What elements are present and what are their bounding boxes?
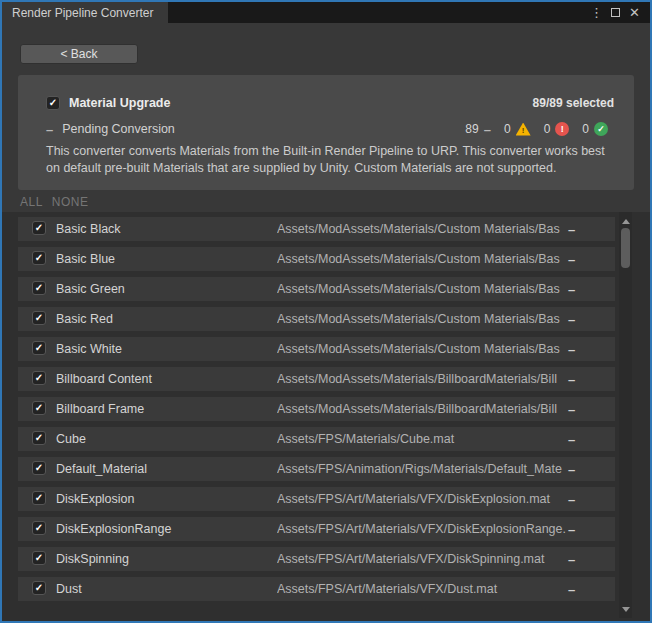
- warning-icon: !: [516, 123, 531, 136]
- row-status-icon: –: [568, 552, 575, 567]
- row-status-icon: –: [568, 582, 575, 597]
- converter-panel: ✓ Material Upgrade 89/89 selected – Pend…: [18, 75, 634, 190]
- pending-counter: 89 –: [465, 122, 491, 136]
- vertical-scrollbar[interactable]: [619, 212, 632, 618]
- row-checkbox[interactable]: ✓: [32, 521, 46, 535]
- scrollbar-thumb[interactable]: [621, 228, 630, 268]
- pending-conversion-row[interactable]: – Pending Conversion 89 – 0 ! 0 ! 0: [46, 120, 608, 138]
- row-name: DiskSpinning: [56, 552, 129, 566]
- converter-description: This converter converts Materials from t…: [46, 143, 618, 177]
- row-path: Assets/ModAssets/Materials/Custom Materi…: [277, 252, 567, 266]
- success-icon: ✓: [594, 122, 608, 136]
- back-button-label: < Back: [60, 47, 97, 61]
- converter-name: Material Upgrade: [69, 96, 170, 110]
- row-name: Basic White: [56, 342, 122, 356]
- pending-dash-icon: –: [484, 123, 491, 136]
- row-checkbox[interactable]: ✓: [32, 401, 46, 415]
- row-status-icon: –: [568, 402, 575, 417]
- material-row[interactable]: ✓ Dust Assets/FPS/Art/Materials/VFX/Dust…: [18, 577, 615, 601]
- row-status-icon: –: [568, 492, 575, 507]
- material-row[interactable]: ✓ Default_Material Assets/FPS/Animation/…: [18, 457, 615, 481]
- row-name: Basic Red: [56, 312, 113, 326]
- row-checkbox[interactable]: ✓: [32, 251, 46, 265]
- row-checkbox[interactable]: ✓: [32, 551, 46, 565]
- row-status-icon: –: [568, 372, 575, 387]
- row-name: Basic Blue: [56, 252, 115, 266]
- render-pipeline-converter-window: Render Pipeline Converter ⋮ ✕ < Back ✓ M…: [0, 0, 652, 623]
- material-row[interactable]: ✓ Basic White Assets/ModAssets/Materials…: [18, 337, 615, 361]
- row-checkbox[interactable]: ✓: [32, 371, 46, 385]
- converter-checkbox[interactable]: ✓: [46, 96, 60, 110]
- pending-state-icon: –: [46, 123, 53, 136]
- title-bar: Render Pipeline Converter ⋮ ✕: [2, 2, 650, 23]
- row-status-icon: –: [568, 522, 575, 537]
- row-checkbox[interactable]: ✓: [32, 431, 46, 445]
- row-checkbox[interactable]: ✓: [32, 461, 46, 475]
- pending-count: 89: [465, 122, 478, 136]
- row-name: DiskExplosionRange: [56, 522, 171, 536]
- row-status-icon: –: [568, 222, 575, 237]
- material-row[interactable]: ✓ Basic Green Assets/ModAssets/Materials…: [18, 277, 615, 301]
- warning-count: 0: [504, 122, 511, 136]
- row-status-icon: –: [568, 312, 575, 327]
- scroll-down-icon[interactable]: [619, 602, 632, 616]
- error-icon: !: [555, 122, 569, 136]
- row-name: Cube: [56, 432, 86, 446]
- window-controls: ⋮ ✕: [587, 2, 644, 23]
- row-path: Assets/FPS/Art/Materials/VFX/DiskExplosi…: [277, 492, 567, 506]
- error-counter: 0 !: [544, 122, 570, 136]
- success-counter: 0 ✓: [582, 122, 608, 136]
- row-path: Assets/ModAssets/Materials/Custom Materi…: [277, 282, 567, 296]
- row-status-icon: –: [568, 282, 575, 297]
- materials-list-area: ✓ Basic Black Assets/ModAssets/Materials…: [2, 212, 650, 621]
- row-path: Assets/ModAssets/Materials/BillboardMate…: [277, 402, 567, 416]
- warning-counter: 0 !: [504, 122, 531, 136]
- window-menu-icon[interactable]: ⋮: [587, 5, 606, 20]
- row-path: Assets/ModAssets/Materials/Custom Materi…: [277, 312, 567, 326]
- material-row[interactable]: ✓ Cube Assets/FPS/Materials/Cube.mat –: [18, 427, 615, 451]
- select-all-button[interactable]: ALL: [20, 195, 43, 209]
- material-row[interactable]: ✓ DiskExplosion Assets/FPS/Art/Materials…: [18, 487, 615, 511]
- row-name: Billboard Content: [56, 372, 152, 386]
- material-row[interactable]: ✓ DiskExplosionRange Assets/FPS/Art/Mate…: [18, 517, 615, 541]
- material-row[interactable]: ✓ Basic Blue Assets/ModAssets/Materials/…: [18, 247, 615, 271]
- row-checkbox[interactable]: ✓: [32, 221, 46, 235]
- row-path: Assets/ModAssets/Materials/Custom Materi…: [277, 342, 567, 356]
- maximize-icon[interactable]: [606, 5, 625, 20]
- row-path: Assets/FPS/Art/Materials/VFX/Dust.mat: [277, 582, 567, 596]
- row-name: DiskExplosion: [56, 492, 135, 506]
- row-checkbox[interactable]: ✓: [32, 311, 46, 325]
- materials-list: ✓ Basic Black Assets/ModAssets/Materials…: [18, 217, 615, 607]
- converter-header-row: ✓ Material Upgrade 89/89 selected: [46, 94, 614, 112]
- row-name: Billboard Frame: [56, 402, 144, 416]
- row-checkbox[interactable]: ✓: [32, 341, 46, 355]
- row-status-icon: –: [568, 462, 575, 477]
- pending-conversion-label: Pending Conversion: [62, 122, 175, 136]
- material-row[interactable]: ✓ Basic Red Assets/ModAssets/Materials/C…: [18, 307, 615, 331]
- material-row[interactable]: ✓ Basic Black Assets/ModAssets/Materials…: [18, 217, 615, 241]
- selected-summary: 89/89 selected: [533, 96, 614, 110]
- close-icon[interactable]: ✕: [625, 5, 644, 20]
- status-counters: 89 – 0 ! 0 ! 0 ✓: [465, 122, 608, 136]
- window-tab-title: Render Pipeline Converter: [12, 6, 153, 20]
- row-name: Basic Green: [56, 282, 125, 296]
- error-count: 0: [544, 122, 551, 136]
- row-path: Assets/FPS/Art/Materials/VFX/DiskExplosi…: [277, 522, 567, 536]
- scroll-up-icon[interactable]: [619, 214, 632, 228]
- row-path: Assets/FPS/Art/Materials/VFX/DiskSpinnin…: [277, 552, 567, 566]
- material-row[interactable]: ✓ DiskSpinning Assets/FPS/Art/Materials/…: [18, 547, 615, 571]
- row-status-icon: –: [568, 432, 575, 447]
- row-name: Dust: [56, 582, 82, 596]
- select-none-button[interactable]: NONE: [52, 195, 89, 209]
- selection-buttons: ALL NONE: [20, 194, 89, 210]
- row-name: Default_Material: [56, 462, 147, 476]
- material-row[interactable]: ✓ Billboard Frame Assets/ModAssets/Mater…: [18, 397, 615, 421]
- success-count: 0: [582, 122, 589, 136]
- row-status-icon: –: [568, 342, 575, 357]
- row-checkbox[interactable]: ✓: [32, 281, 46, 295]
- window-tab[interactable]: Render Pipeline Converter: [2, 2, 168, 23]
- row-checkbox[interactable]: ✓: [32, 581, 46, 595]
- material-row[interactable]: ✓ Billboard Content Assets/ModAssets/Mat…: [18, 367, 615, 391]
- row-checkbox[interactable]: ✓: [32, 491, 46, 505]
- back-button[interactable]: < Back: [20, 44, 138, 64]
